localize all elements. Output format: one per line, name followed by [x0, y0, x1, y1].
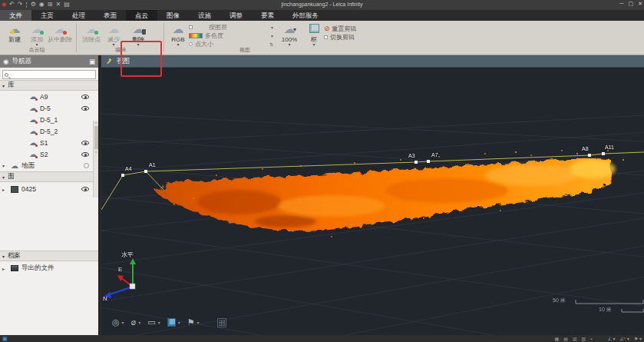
tab-imaging[interactable]: 图像	[157, 10, 189, 21]
viewport-header: 视图	[101, 55, 644, 68]
cloud-remove-icon: ☁	[54, 23, 66, 35]
cube-3d-icon	[167, 318, 176, 327]
tree-item[interactable]: ☁ A9	[0, 91, 98, 102]
point-label: A7	[431, 152, 438, 158]
navigator-search[interactable]	[2, 70, 96, 79]
tab-services[interactable]: 外部服务	[283, 10, 328, 21]
cloud-reduce-icon: ☁	[108, 23, 120, 35]
rgb-button[interactable]: ☁ RGB ▾	[165, 22, 191, 47]
navigator-icon: ◉	[3, 58, 8, 65]
status-icon-4[interactable]: ▧	[582, 336, 586, 342]
tree-section-archive[interactable]: ▾ 档案	[0, 251, 98, 261]
measure-tool-button[interactable]: ⌀▾	[131, 317, 141, 327]
scale-label-50m: 50 米	[553, 297, 566, 304]
units-mode-button[interactable]: ∠° ▾	[619, 336, 629, 342]
app-status-icon: ▣	[2, 336, 8, 342]
search-input[interactable]	[8, 71, 94, 78]
tab-point-cloud[interactable]: 点云	[126, 10, 157, 21]
snap-mode-button[interactable]: ∠ ▾	[607, 336, 615, 342]
loading-circle-icon	[84, 163, 89, 168]
visibility-eye-icon[interactable]	[81, 187, 89, 191]
box-button[interactable]: 框 ▾	[301, 22, 327, 47]
point-label: A1	[149, 162, 156, 168]
zoom-100-button[interactable]: ☁▼ 100% ▾	[276, 22, 302, 47]
status-bar: ▣ ▦ ▤ ▥ ▧ ▪ ∠ ▾ ∠° ▾ ⚑ ▾	[0, 335, 644, 342]
tree-item[interactable]: ☁ D-5_1	[0, 114, 98, 125]
point-label: A4	[125, 166, 132, 171]
point-label: A3	[408, 153, 415, 158]
tab-adjustment[interactable]: 调整	[220, 10, 252, 21]
maximize-button[interactable]: ▢	[629, 1, 634, 7]
tree-scrollbar[interactable]: ˄˅	[93, 121, 98, 198]
status-icon-3[interactable]: ▥	[573, 336, 577, 342]
application-window: ◆ ↶ ↷ ¦ ⚙ ◉ ⊞ ✕ ▤ jinchangpankuang2 - Le…	[0, 0, 644, 342]
ribbon-group-pointcloud: ☁ 新建 ☁ 添加 ▾ ☁ 从中删除 点云组	[0, 21, 74, 55]
tree-section-library[interactable]: ▾ 库	[0, 80, 98, 91]
viewport-toolbar: ◎▾ ⌀▾ ▭▾ ▾ ⚑▾	[112, 317, 226, 327]
remove-from-pointcloud-button[interactable]: ☁ 从中删除	[45, 22, 75, 43]
status-icon-1[interactable]: ▦	[555, 336, 560, 342]
tree-item-surface[interactable]: ▸ 0425	[0, 182, 98, 196]
ribbon-group-view: ☁ RGB ▾ 按图层 ▾ 多色度 ▾ 点大小 ⇅	[164, 21, 368, 55]
tree-item[interactable]: ☁ D-5_2	[0, 125, 98, 137]
window-controls: ─ ▢ ✕	[620, 1, 642, 7]
pin-icon[interactable]: ▣	[89, 58, 95, 65]
surface-icon	[11, 186, 18, 193]
cloud-filter-icon: ☁▼	[284, 23, 296, 35]
by-layer-option[interactable]: 按图层 ▾	[189, 23, 273, 32]
tree-item[interactable]: ☁ S2	[0, 148, 98, 160]
tab-features[interactable]: 要素	[252, 10, 283, 21]
visibility-eye-icon[interactable]	[81, 152, 89, 157]
window-title: jinchangpankuang2 - Leica Infinity	[0, 2, 644, 7]
ribbon-tab-bar: 文件 主页 处理 表面 点云 图像 设施 调整 要素 外部服务	[0, 10, 644, 21]
point-size-radio[interactable]	[189, 42, 193, 46]
toggle-clip-checkbox[interactable]: 切换剪辑	[324, 33, 378, 42]
pointcloud-icon: ☁	[29, 139, 37, 147]
by-layer-checkbox[interactable]	[189, 25, 193, 29]
status-icon-2[interactable]: ▤	[563, 336, 568, 342]
minimize-button[interactable]: ─	[620, 1, 624, 7]
visibility-eye-icon[interactable]	[81, 95, 89, 99]
pan-tool-button[interactable]: ▭▾	[147, 317, 160, 327]
grid-toggle-button[interactable]	[217, 318, 226, 327]
tree-item[interactable]: ☁ D-5	[0, 102, 98, 114]
tree-item-ground[interactable]: ▾ ☁ 地面	[0, 160, 98, 171]
pointcloud-icon: ☁	[11, 162, 18, 170]
pointcloud-icon: ☁	[29, 105, 37, 112]
multi-hue-option[interactable]: 多色度 ▾	[189, 32, 273, 40]
no-entry-icon: ⊘	[324, 25, 330, 32]
selection-mode-button[interactable]: ⚑ ▾	[634, 336, 642, 342]
annotation-highlight-box	[121, 41, 162, 77]
visibility-eye-icon[interactable]	[81, 141, 89, 145]
tree-item[interactable]: ☁ S1	[0, 137, 98, 148]
tab-processing[interactable]: 处理	[63, 10, 94, 21]
visibility-eye-icon[interactable]	[81, 106, 89, 111]
tab-infrastructure[interactable]: 设施	[189, 10, 220, 21]
view-cube-button[interactable]: ▾	[167, 318, 180, 327]
grid-icon	[217, 318, 226, 327]
tab-home[interactable]: 主页	[31, 10, 63, 21]
status-icon-5[interactable]: ▪	[590, 336, 592, 342]
group-label-pointcloud: 点云组	[0, 46, 74, 54]
tab-file[interactable]: 文件	[0, 10, 31, 21]
axis-north-label: N	[103, 295, 107, 302]
close-button[interactable]: ✕	[638, 1, 642, 7]
viewport-canvas[interactable]: A4 A1 A3 A7 A8 A11 水平 E N 50 米 10 米 ◎▾ ⌀…	[101, 68, 644, 335]
cube-icon	[309, 24, 319, 33]
cloud-delete-icon: ☁	[133, 23, 144, 35]
reset-clip-button[interactable]: ⊘ 重置剪辑	[324, 25, 378, 33]
pointcloud-icon: ☁	[29, 93, 37, 101]
orbit-tool-button[interactable]: ◎▾	[112, 317, 124, 327]
pointcloud-icon: ☁	[29, 116, 37, 124]
navigator-tree: ▾ 库 ☁ A9 ☁ D-5 ☁ D-5_1 ☁ D-5_2 ☁	[0, 80, 98, 335]
tree-item-exported[interactable]: ▸ 导出的文件	[0, 261, 98, 275]
ribbon: ☁ 新建 ☁ 添加 ▾ ☁ 从中删除 点云组 ☁ 清除点 ☁ 减少	[0, 21, 644, 55]
cloud-clear-icon: ☁	[86, 23, 97, 35]
tree-section-surfaces[interactable]: ▾ 面	[0, 171, 98, 182]
flag-tool-button[interactable]: ⚑▾	[187, 317, 200, 327]
axis-up-label: 水平	[121, 251, 134, 259]
wrench-icon	[106, 58, 113, 65]
tab-surfaces[interactable]: 表面	[94, 10, 126, 21]
axis-east-label: E	[118, 266, 122, 273]
navigator-panel: ◉ 导航器 ▣ ▾ 库 ☁ A9 ☁ D-5 ☁	[0, 55, 100, 335]
